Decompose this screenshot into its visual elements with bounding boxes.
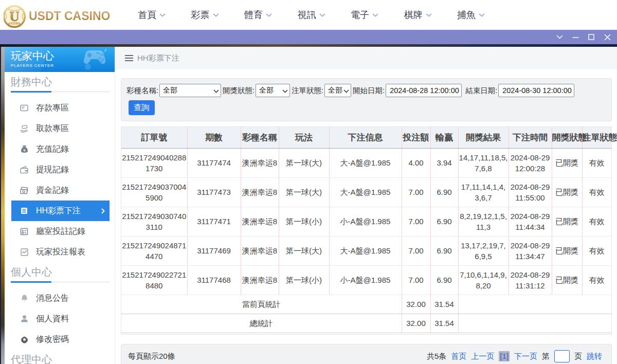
filter-select-order-status[interactable]: 全部 <box>324 84 351 97</box>
clipboard-icon <box>20 227 28 235</box>
bell-icon <box>20 294 28 302</box>
cell-order-no: 215217249024871​4470 <box>121 236 187 265</box>
maximize-icon <box>588 34 594 40</box>
casino-logo-icon[interactable]: U CASINO <box>4 5 26 30</box>
nav-item-sports[interactable]: 體育 <box>244 10 272 20</box>
cell-win-loss: 6.90 <box>430 177 458 207</box>
sidebar-item-change-password[interactable]: 修改密碼 <box>11 329 110 350</box>
sidebar-item-withdraw-zone[interactable]: 取款專區 <box>11 118 110 139</box>
sidebar-item-hh-lottery-bets[interactable]: HH彩票下注 <box>11 201 110 221</box>
window-titlebar <box>0 30 617 44</box>
select-value: 全部 <box>328 86 342 95</box>
filter-input-end-date[interactable] <box>498 84 574 97</box>
sidebar-item-label: 修改密碼 <box>36 334 69 345</box>
pagination-bar: 每頁顯示20條 共5条 首页 上一页 [1] 下一页 第 页 跳转 <box>121 344 612 364</box>
sidebar-item-funds-record[interactable]: 資金記錄 <box>11 180 110 201</box>
nav-item-live-video[interactable]: 視訊 <box>298 10 325 20</box>
cell-draw-status: 已開獎 <box>552 207 582 236</box>
sidebar: 玩家中心 PLAYERS CENTER <box>5 47 115 364</box>
main-nav: 首頁彩票體育視訊電子棋牌捕魚 <box>138 0 485 30</box>
sidebar-section-title-personal-center: 個人中心 <box>11 267 110 277</box>
wallet-icon <box>20 166 28 174</box>
cell-lottery-name: 澳洲幸运8 <box>241 236 279 265</box>
cell-draw-result: 8,​2,​19,​12,​1,​5,​11,​3 <box>458 207 509 236</box>
nav-item-label: 捕魚 <box>457 10 476 20</box>
window-maximize-button[interactable] <box>587 32 596 42</box>
cell-lottery-name: 澳洲幸运8 <box>241 265 279 295</box>
window-minimize-button[interactable] <box>571 32 580 42</box>
cell-lottery-name: 澳洲幸运8 <box>241 148 279 177</box>
sidebar-item-profile[interactable]: 個人資料 <box>11 308 110 329</box>
gear-icon <box>20 335 28 343</box>
chevron-down-icon <box>266 13 272 17</box>
hamburger-icon[interactable] <box>125 54 133 62</box>
jump-button[interactable]: 跳转 <box>587 350 602 362</box>
cell-period: 31177474 <box>187 148 241 177</box>
nav-item-home[interactable]: 首頁 <box>138 10 166 20</box>
background-photo-strip <box>0 47 5 364</box>
search-button[interactable]: 查詢 <box>129 100 155 115</box>
cell-win-loss: 6.90 <box>430 207 458 236</box>
page-summary-row: 當前頁統計32.0031.54 <box>121 295 611 314</box>
brand-wordmark: USDT CASINO <box>29 9 110 23</box>
cell-period: 31177469 <box>187 236 241 265</box>
filter-input-start-date[interactable] <box>386 84 462 97</box>
close-icon <box>604 34 611 41</box>
cell-order-status: 有效 <box>582 148 611 177</box>
cell-order-status: 有效 <box>582 265 611 295</box>
cell-order-no: 215217249040288​1730 <box>121 148 187 177</box>
chevron-right-icon <box>101 208 105 214</box>
breadcrumb: HH彩票下注 <box>115 47 617 69</box>
cell-lottery-name: 澳洲幸运8 <box>241 177 279 207</box>
filter-label-end-date: 結束日期: <box>465 86 497 96</box>
first-page-link[interactable]: 首页 <box>451 350 466 362</box>
filter-label-draw-status: 開獎狀態: <box>223 86 255 96</box>
cell-order-status: 有效 <box>582 207 611 236</box>
nav-item-fishing[interactable]: 捕魚 <box>457 10 485 20</box>
sidebar-header: 玩家中心 PLAYERS CENTER <box>5 47 115 72</box>
filter-select-draw-status[interactable]: 全部 <box>256 84 290 97</box>
cell-win-loss: 6.90 <box>430 236 458 265</box>
window-close-button[interactable] <box>603 32 612 42</box>
page-jump-input[interactable] <box>554 350 570 362</box>
nav-item-board-games[interactable]: 棋牌 <box>404 10 432 20</box>
cell-draw-status: 已開獎 <box>552 236 582 265</box>
column-header-draw-result: 開獎結果 <box>458 127 509 148</box>
chevron-down-icon <box>159 13 166 17</box>
sidebar-item-hall-bet-record[interactable]: 廳室投註記錄 <box>11 221 110 242</box>
filter-select-lottery-name[interactable]: 全部 <box>159 84 221 97</box>
sidebar-item-label: 充值記錄 <box>36 144 69 155</box>
withdraw-icon <box>20 124 28 133</box>
bet-row: 215217249024871​447031177469澳洲幸运8第一球(大)大… <box>121 236 611 265</box>
column-header-bet-amount: 投注額 <box>402 127 430 148</box>
sidebar-item-label: 資金記錄 <box>36 185 69 196</box>
nav-item-electronic[interactable]: 電子 <box>351 10 378 20</box>
window-collapse-button[interactable] <box>555 32 564 42</box>
sidebar-section-title-finance-center: 財務中心 <box>11 77 110 87</box>
sidebar-item-deposit-zone[interactable]: 存款專區 <box>11 98 110 118</box>
sidebar-item-label: 取款專區 <box>36 123 69 134</box>
chevron-down-icon <box>426 13 432 17</box>
chevron-down-icon <box>213 13 219 17</box>
minimize-icon <box>572 34 579 41</box>
sidebar-item-notice[interactable]: 消息公告 <box>11 288 110 308</box>
cell-bet-info: 小-A盤@1.985 <box>329 265 402 295</box>
sidebar-item-recharge-record[interactable]: ¥充值記錄 <box>11 139 110 159</box>
bet-row: 215217249037004​590031177473澳洲幸运8第一球(大)大… <box>121 177 611 207</box>
cell-play: 第一球(小) <box>279 207 329 236</box>
page-title: HH彩票下注 <box>137 53 179 63</box>
cell-draw-status: 已開獎 <box>552 177 582 207</box>
sidebar-item-withdraw-record[interactable]: 提現記錄 <box>11 159 110 180</box>
cell-bet-time: 2024-08-29 11:31:12 <box>509 265 552 295</box>
cell-bet-amount: 7.00 <box>402 177 430 207</box>
chevron-down-icon <box>319 13 325 17</box>
nav-item-lottery[interactable]: 彩票 <box>191 10 219 20</box>
main-panel: HH彩票下注 彩種名稱:全部開獎狀態:全部注單狀態:全部開始日期:結束日期: 查… <box>115 47 617 364</box>
cell-bet-info: 大-A盤@1.985 <box>329 236 402 265</box>
sidebar-item-label: 個人資料 <box>36 314 69 324</box>
next-page-link[interactable]: 下一页 <box>514 350 537 362</box>
sidebar-item-player-bet-report[interactable]: 玩家投注報表 <box>11 242 110 262</box>
bets-table: 訂單號期數彩種名稱玩法下注信息投注額輸贏開獎結果下注時間開獎狀態注單狀態 215… <box>121 127 611 333</box>
bet-row: 215217249040288​173031177474澳洲幸运8第一球(大)大… <box>121 148 611 177</box>
prev-page-link[interactable]: 上一页 <box>471 350 494 362</box>
